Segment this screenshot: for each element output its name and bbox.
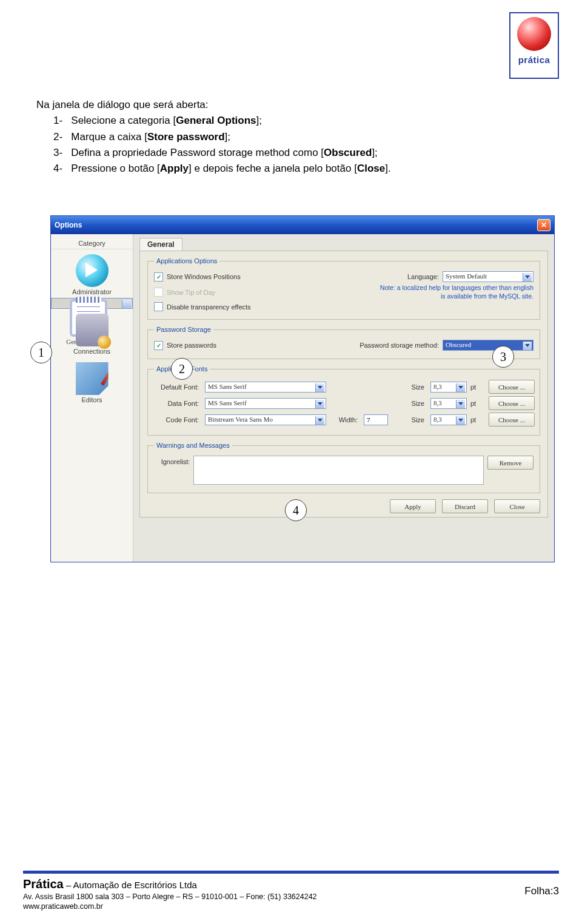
store-windows-positions-checkbox[interactable]: ✓: [154, 272, 163, 282]
page-number: Folha:3: [524, 885, 559, 897]
sidebar-header: Category: [51, 238, 133, 249]
password-storage-legend: Password Storage: [154, 326, 213, 333]
store-passwords-label: Store passwords: [167, 342, 216, 349]
sidebar-item-administrator[interactable]: Administrator: [51, 249, 133, 298]
default-font-choose-button[interactable]: Choose ...: [489, 380, 535, 394]
sidebar-item-general-options[interactable]: General Options: [51, 298, 133, 309]
footer-company: Prática – Automação de Escritórios Ltda: [23, 877, 559, 891]
data-font-size[interactable]: 8,3: [430, 398, 467, 409]
instr-opening: Na janela de diálogo que será aberta:: [36, 97, 391, 113]
administrator-icon: [76, 254, 109, 287]
editors-icon: [76, 362, 109, 395]
apply-button[interactable]: Apply: [390, 499, 436, 513]
disable-transparency-label: Disable transparency effects: [167, 303, 251, 311]
app-options-legend: Applications Options: [154, 257, 219, 265]
dialog-title: Options: [55, 221, 537, 229]
footer-address: Av. Assis Brasil 1800 sala 303 – Porto A…: [23, 892, 559, 901]
remove-button[interactable]: Remove: [487, 456, 534, 470]
titlebar: Options ✕: [51, 216, 554, 234]
warnings-messages-group: Warnings and Messages Ignorelist: Remove: [147, 442, 540, 493]
dialog-button-row: Apply Discard Close: [147, 499, 540, 513]
brand-text: prática: [518, 55, 550, 65]
brand-logo: prática: [509, 12, 559, 79]
password-storage-group: Password Storage ✓ Store passwords Passw…: [147, 326, 540, 359]
show-tip-checkbox: [154, 288, 163, 297]
footer-rule: [23, 871, 559, 874]
data-font-choose-button[interactable]: Choose ...: [489, 396, 535, 410]
default-font-select[interactable]: MS Sans Serif: [205, 382, 326, 393]
code-font-size[interactable]: 8,3: [430, 414, 467, 425]
language-label: Language:: [407, 273, 439, 280]
store-windows-positions-label: Store Windows Positions: [167, 273, 241, 280]
instructions-block: Na janela de diálogo que será aberta: 1-…: [36, 97, 391, 177]
close-button[interactable]: Close: [494, 499, 540, 513]
window-close-button[interactable]: ✕: [537, 219, 550, 231]
callout-4: 4: [285, 499, 307, 521]
font-row-code: Code Font: Bitstream Vera Sans Mo Width:…: [154, 413, 534, 427]
ignorelist-box[interactable]: [193, 456, 484, 485]
warnings-legend: Warnings and Messages: [154, 442, 232, 449]
callout-1: 1: [30, 342, 52, 363]
default-font-size[interactable]: 8,3: [430, 382, 467, 393]
font-row-default: Default Font: MS Sans Serif Size 8,3 pt …: [154, 380, 534, 394]
instr-1: 1- Selecione a categoria [General Option…: [36, 113, 391, 129]
instr-3: 3- Defina a propriedade Password storage…: [36, 145, 391, 161]
sphere-icon: [517, 17, 551, 51]
callout-3: 3: [492, 346, 514, 368]
ignorelist-label: Ignorelist:: [154, 456, 190, 465]
data-font-select[interactable]: MS Sans Serif: [205, 398, 326, 409]
callout-2: 2: [171, 358, 193, 380]
show-tip-label: Show Tip of Day: [167, 289, 215, 296]
disable-transparency-checkbox[interactable]: [154, 302, 163, 311]
main-panel: General Applications Options ✓ Store Win…: [133, 234, 554, 562]
code-font-choose-button[interactable]: Choose ...: [489, 413, 535, 427]
application-fonts-group: Application Fonts Default Font: MS Sans …: [147, 365, 540, 436]
sidebar-item-connections[interactable]: Connections: [51, 309, 133, 357]
connections-icon: [76, 314, 109, 346]
applications-options-group: Applications Options ✓ Store Windows Pos…: [147, 257, 540, 320]
password-method-label: Password storage method:: [360, 342, 439, 349]
discard-button[interactable]: Discard: [442, 499, 488, 513]
language-note: Note: a localized help for languages oth…: [376, 284, 534, 300]
code-font-width-input[interactable]: [364, 414, 388, 425]
category-sidebar: Category Administrator General Options C…: [51, 234, 133, 562]
font-row-data: Data Font: MS Sans Serif Size 8,3 pt Cho…: [154, 396, 534, 410]
code-font-select[interactable]: Bitstream Vera Sans Mo: [205, 414, 326, 425]
footer-url: www.praticaweb.com.br: [23, 902, 559, 911]
language-select[interactable]: System Default: [443, 271, 534, 282]
sidebar-item-editors[interactable]: Editors: [51, 357, 133, 406]
instr-4: 4- Pressione o botão [Apply] e depois fe…: [36, 161, 391, 177]
password-method-select[interactable]: Obscured: [443, 340, 534, 351]
page-footer: Prática – Automação de Escritórios Ltda …: [0, 871, 582, 924]
store-passwords-checkbox[interactable]: ✓: [154, 341, 163, 350]
instr-2: 2- Marque a caixa [Store password];: [36, 129, 391, 145]
tab-general[interactable]: General: [139, 238, 182, 251]
